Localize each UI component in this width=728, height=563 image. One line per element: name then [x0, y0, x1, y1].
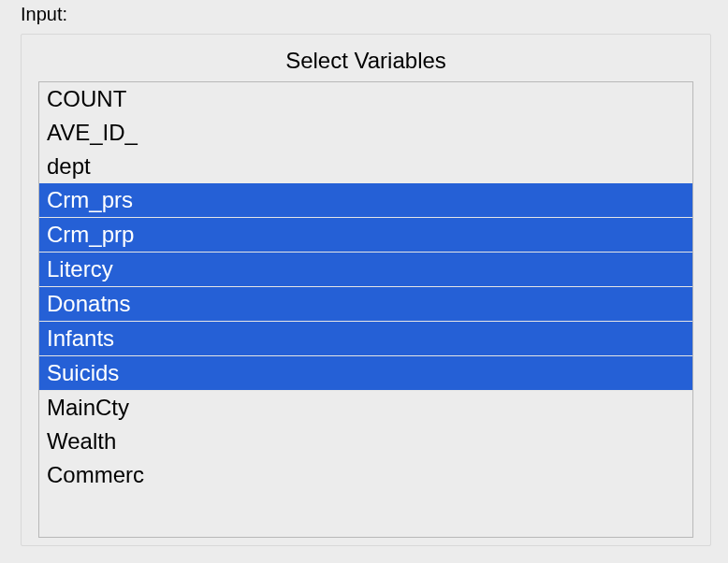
list-item[interactable]: Litercy — [39, 253, 692, 287]
list-item[interactable]: Wealth — [39, 425, 692, 458]
list-item[interactable]: Crm_prp — [39, 218, 692, 253]
list-item[interactable]: Donatns — [39, 287, 692, 322]
list-item[interactable]: MainCty — [39, 391, 692, 425]
list-item[interactable]: Infants — [39, 322, 692, 356]
select-variables-panel: Select Variables COUNTAVE_ID_deptCrm_prs… — [21, 34, 711, 546]
list-item[interactable]: Crm_prs — [39, 183, 692, 218]
section-label: Input: — [0, 0, 728, 31]
list-item[interactable]: COUNT — [39, 82, 692, 116]
list-item[interactable]: AVE_ID_ — [39, 116, 692, 150]
panel-title: Select Variables — [38, 48, 693, 81]
list-item[interactable]: Commerc — [39, 458, 692, 492]
variables-listbox[interactable]: COUNTAVE_ID_deptCrm_prsCrm_prpLitercyDon… — [38, 81, 693, 538]
list-item[interactable]: Suicids — [39, 356, 692, 391]
list-item[interactable]: dept — [39, 150, 692, 183]
